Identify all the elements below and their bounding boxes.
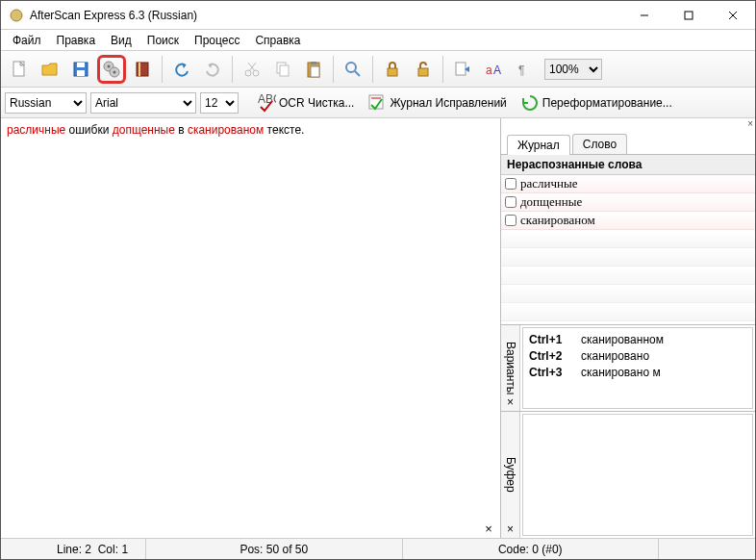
svg-rect-26 [388,68,397,76]
svg-rect-8 [77,70,85,76]
window-title: AfterScan Express 6.3 (Russian) [30,9,622,22]
buffer-label: Буфер× [501,412,520,538]
zoom-select[interactable]: 100% [544,59,602,80]
svg-rect-20 [280,65,289,76]
close-icon[interactable]: × [507,522,514,536]
svg-point-16 [253,70,259,76]
svg-rect-13 [137,63,148,76]
error-word[interactable]: сканированом [188,123,264,137]
redo-button[interactable] [198,55,227,84]
menu-view[interactable]: Вид [103,32,139,49]
error-word[interactable]: допщенные [113,123,175,137]
maximize-button[interactable] [667,1,711,30]
paragraph-button[interactable]: ¶ [510,55,539,84]
recycle-icon [520,93,540,113]
menu-search[interactable]: Поиск [139,32,187,49]
svg-point-15 [245,70,251,76]
language-select[interactable]: Russian [5,92,87,114]
app-icon [9,8,24,23]
word-row[interactable]: допщенные [501,193,755,212]
word-checkbox[interactable] [505,178,517,190]
close-icon[interactable]: × [507,395,514,409]
svg-point-24 [346,63,356,72]
svg-point-12 [113,70,116,73]
variant-row[interactable]: Ctrl+3сканировано м [529,365,746,381]
menu-edit[interactable]: Правка [49,32,104,49]
svg-point-0 [11,10,22,21]
svg-point-11 [108,64,111,67]
svg-text:¶: ¶ [518,64,524,77]
abc-check-icon: ABC [257,93,276,113]
minimize-button[interactable] [622,1,667,30]
variants-label: Варианты× [501,325,520,411]
statusbar: Line: 2 Col: 1 Pos: 50 of 50 Code: 0 (#0… [1,538,755,559]
svg-line-17 [249,63,256,71]
prev-page-button[interactable] [448,55,477,84]
buffer-panel: Буфер× [501,411,755,538]
open-button[interactable] [36,55,64,84]
new-button[interactable] [5,55,34,84]
variants-list[interactable]: Ctrl+1сканированном Ctrl+2сканировано Ct… [522,327,753,409]
editor-close-icon[interactable]: × [481,521,496,536]
text-editor[interactable]: расличные ошибки допщенные в сканировано… [1,118,500,538]
menu-process[interactable]: Процесс [187,32,247,49]
svg-rect-27 [418,68,428,76]
lock-button[interactable] [378,55,407,84]
journal-icon [367,93,387,113]
save-button[interactable] [66,55,95,84]
variants-panel: Варианты× Ctrl+1сканированном Ctrl+2скан… [501,324,755,411]
copy-button[interactable] [268,55,297,84]
svg-rect-7 [77,63,85,67]
svg-rect-28 [456,63,466,75]
book-button[interactable] [128,55,157,84]
svg-text:A: A [493,64,501,77]
titlebar: AfterScan Express 6.3 (Russian) [1,1,755,30]
menu-help[interactable]: Справка [247,32,308,49]
svg-rect-23 [311,66,319,77]
status-code: Code: 0 (#0) [403,539,659,559]
word-checkbox[interactable] [505,215,517,226]
variant-row[interactable]: Ctrl+1сканированном [529,332,746,348]
settings-button[interactable] [97,55,126,84]
cut-button[interactable] [238,55,266,84]
paste-button[interactable] [299,55,328,84]
font-select[interactable]: Arial [90,92,196,114]
content-area: расличные ошибки допщенные в сканировано… [1,118,755,538]
font-style-button[interactable]: aA [479,55,508,84]
svg-text:a: a [486,64,492,77]
word-checkbox[interactable] [505,196,517,208]
variant-row[interactable]: Ctrl+2сканировано [529,348,746,365]
svg-line-18 [248,63,255,71]
ocr-clean-button[interactable]: ABC OCR Чистка... [252,90,359,115]
side-tabs: Журнал Слово [501,132,755,155]
error-word[interactable]: расличные [7,123,65,137]
find-button[interactable] [339,55,367,84]
svg-line-25 [355,71,360,76]
panel-close-icon[interactable]: × [501,118,755,132]
unlock-button[interactable] [409,55,438,84]
reformat-button[interactable]: Переформатирование... [516,90,677,115]
svg-rect-14 [139,63,140,76]
word-row[interactable]: расличные [501,175,755,193]
wordlist-header: Нераспознанные слова [501,155,755,175]
fontsize-select[interactable]: 12 [200,92,239,114]
word-list: расличные допщенные сканированом [501,175,755,324]
status-line: Line: 2 Col: 1 [39,539,146,559]
svg-rect-22 [311,62,316,64]
close-button[interactable] [711,1,755,30]
menubar: Файл Правка Вид Поиск Процесс Справка [1,30,755,51]
toolbar-format: Russian Arial 12 ABC OCR Чистка... Журна… [1,88,755,118]
svg-rect-2 [685,12,693,19]
status-pos: Pos: 50 of 50 [146,539,402,559]
undo-button[interactable] [167,55,196,84]
side-panel: × Журнал Слово Нераспознанные слова расл… [500,118,755,538]
tab-word[interactable]: Слово [572,134,627,154]
svg-text:ABC: ABC [258,93,276,106]
toolbar-main: aA ¶ 100% [1,51,755,88]
tab-journal[interactable]: Журнал [507,135,570,155]
word-row[interactable]: сканированом [501,212,755,230]
buffer-area[interactable] [522,414,753,536]
journal-button[interactable]: Журнал Исправлений [363,90,511,115]
menu-file[interactable]: Файл [5,32,49,49]
